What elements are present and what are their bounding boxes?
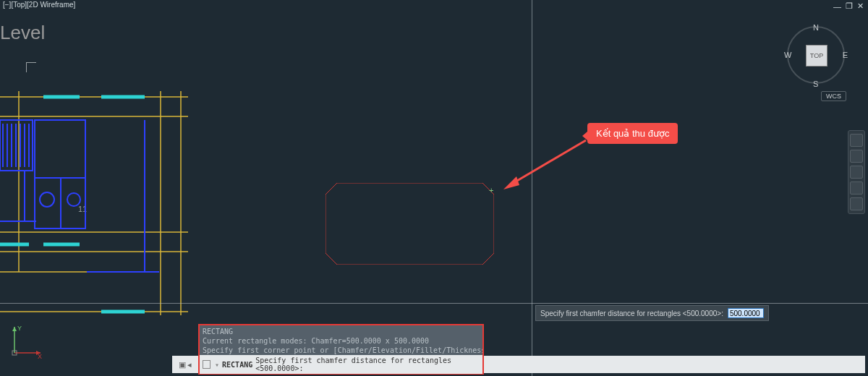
level-watermark: Level — [0, 22, 45, 44]
navigation-bar — [848, 130, 865, 214]
viewcube-east[interactable]: E — [843, 51, 848, 59]
command-history[interactable]: RECTANG Current rectangle modes: Chamfer… — [200, 325, 482, 355]
wcs-badge[interactable]: WCS — [821, 91, 846, 101]
cmd-recent-icon[interactable]: ◂ — [187, 360, 192, 369]
snap-marker-icon: + — [489, 186, 493, 195]
crosshair-vertical — [532, 0, 532, 376]
viewcube-south[interactable]: S — [813, 80, 818, 88]
chevron-icon: ▾ — [215, 361, 219, 369]
command-window: RECTANG Current rectangle modes: Chamfer… — [198, 324, 484, 375]
svg-marker-37 — [12, 327, 17, 331]
steering-wheel-icon[interactable] — [850, 134, 863, 147]
dynamic-input-tooltip: Specify first chamfer distance for recta… — [535, 305, 769, 321]
svg-marker-31 — [326, 183, 494, 265]
cmd-handle-icon[interactable] — [203, 360, 210, 369]
floorplan-drawing[interactable] — [0, 55, 188, 315]
close-button[interactable]: ✕ — [857, 1, 864, 11]
cmd-history-line: RECTANG — [203, 327, 480, 336]
restore-button[interactable]: ❐ — [846, 1, 853, 11]
orbit-icon[interactable] — [850, 181, 863, 195]
cmd-history-line: Current rectangle modes: Chamfer=500.000… — [203, 336, 480, 346]
command-prompt: Specify first chamfer distance for recta… — [255, 356, 480, 372]
cmd-history-line: Specify first corner point or [Chamfer/E… — [203, 346, 480, 355]
active-command: RECTANG — [222, 361, 252, 369]
svg-line-32 — [512, 140, 586, 184]
viewcube[interactable]: N S E W TOP — [781, 20, 851, 90]
command-line-extension[interactable] — [484, 356, 865, 373]
viewport-title[interactable]: [−][Top][2D Wireframe] — [0, 0, 75, 10]
cmd-options-icon[interactable]: ▣ — [179, 360, 186, 369]
annotation-callout: Kết quả thu được — [587, 123, 678, 144]
chamfered-rectangle[interactable] — [326, 183, 494, 265]
svg-point-20 — [40, 192, 54, 207]
minimize-button[interactable]: — — [833, 2, 841, 11]
window-controls: — ❐ ✕ — [833, 1, 864, 11]
pan-icon[interactable] — [850, 150, 863, 163]
svg-text:Y: Y — [17, 325, 22, 332]
dynamic-input-field[interactable] — [728, 308, 764, 318]
dynamic-input-prompt: Specify first chamfer distance for recta… — [540, 309, 723, 317]
showmotion-icon[interactable] — [850, 197, 863, 210]
svg-marker-33 — [503, 176, 519, 189]
zoom-extents-icon[interactable] — [850, 166, 863, 179]
annotation-arrow-icon — [499, 137, 593, 192]
command-line[interactable]: ▾ RECTANG Specify first chamfer distance… — [200, 355, 482, 374]
crosshair-horizontal — [0, 303, 868, 304]
viewcube-west[interactable]: W — [784, 51, 791, 59]
svg-point-21 — [67, 193, 80, 206]
viewcube-top-face[interactable]: TOP — [806, 45, 827, 67]
cad-viewport[interactable]: [−][Top][2D Wireframe] — ❐ ✕ Level 11 — [0, 0, 868, 376]
svg-text:X: X — [38, 353, 42, 359]
viewcube-north[interactable]: N — [813, 23, 819, 32]
command-gutter: ▣ ◂ — [172, 356, 198, 373]
ucs-icon[interactable]: X Y — [9, 324, 45, 359]
